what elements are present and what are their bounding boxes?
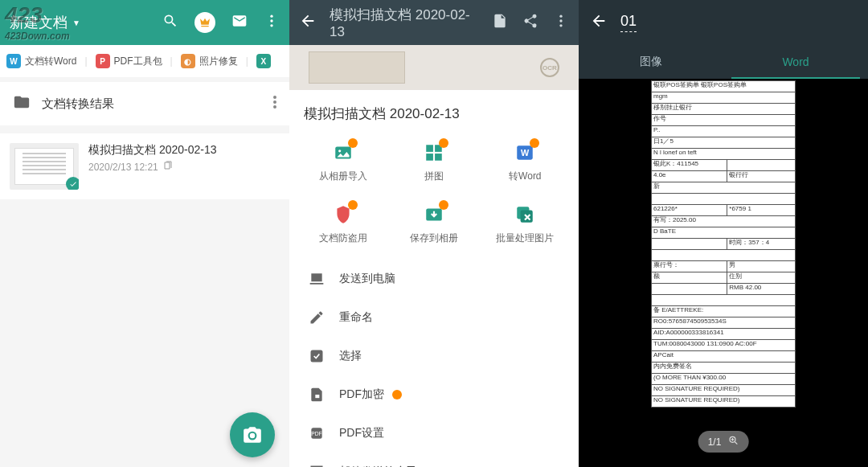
svg-point-3 xyxy=(273,96,276,99)
back-icon[interactable] xyxy=(590,12,608,33)
feature-chips: W文档转Word | PPDF工具包 | ◐照片修复 | X xyxy=(0,45,289,77)
row-send-pc[interactable]: 发送到电脑 xyxy=(289,260,579,298)
word-sheet: 银联POS签购单 银联POS签购单mgm移别挂止银行作号P..日1／5N l l… xyxy=(651,80,796,408)
chip-pdf[interactable]: PPDF工具包 xyxy=(96,54,162,68)
camera-fab[interactable] xyxy=(230,412,275,457)
svg-rect-14 xyxy=(435,154,442,161)
share-icon[interactable] xyxy=(522,13,538,32)
search-icon[interactable] xyxy=(162,13,178,32)
more-icon[interactable] xyxy=(273,96,276,112)
panel-document-actions: 模拟扫描文档 2020-02-13 OCR 模拟扫描文档 2020-02-13 … xyxy=(289,0,579,467)
section-title: 文档转换结果 xyxy=(42,96,262,112)
conversion-results[interactable]: 文档转换结果 xyxy=(0,82,289,125)
pages-icon xyxy=(163,161,173,173)
document-thumbnail xyxy=(10,143,79,190)
svg-point-6 xyxy=(559,15,562,18)
row-pdf-encrypt[interactable]: PDF加密 xyxy=(289,375,579,414)
card-title: 模拟扫描文档 2020-02-13 xyxy=(88,143,217,158)
svg-rect-21 xyxy=(315,395,319,398)
header-title: 模拟扫描文档 2020-02-13 xyxy=(330,6,479,40)
chip-excel[interactable]: X xyxy=(256,54,271,68)
doc-header: 模拟扫描文档 2020-02-13 xyxy=(289,0,579,45)
pager: 1/1 xyxy=(698,431,749,453)
document-viewport[interactable]: 银联POS签购单 银联POS签购单mgm移别挂止银行作号P..日1／5N l l… xyxy=(579,79,868,467)
svg-point-4 xyxy=(273,100,276,104)
grid-batch[interactable]: 批量处理图片 xyxy=(480,193,571,255)
zoom-icon[interactable] xyxy=(727,435,739,449)
preview-header: 01 xyxy=(579,0,868,45)
pdf-icon[interactable] xyxy=(492,13,508,32)
svg-rect-20 xyxy=(311,350,323,363)
panel-document-list: 423 423Down.com 新建文档▼ W文档转Word | PPDF工具包… xyxy=(0,0,289,467)
svg-text:W: W xyxy=(521,148,530,158)
grid-collage[interactable]: 拼图 xyxy=(388,131,479,193)
grid-toword[interactable]: W转Word xyxy=(480,131,571,193)
preview-thumb xyxy=(309,51,405,84)
app-header: 新建文档▼ xyxy=(0,0,289,45)
row-email-self[interactable]: 邮件发送给自己 xyxy=(289,453,579,467)
chevron-down-icon: ▼ xyxy=(72,18,80,27)
grid-save[interactable]: 保存到相册 xyxy=(388,193,479,255)
preview-strip[interactable]: OCR xyxy=(289,45,579,90)
grid-import[interactable]: 从相册导入 xyxy=(297,131,388,193)
svg-rect-11 xyxy=(426,145,433,152)
mail-icon[interactable] xyxy=(231,13,248,32)
chip-word[interactable]: W文档转Word xyxy=(6,54,76,68)
svg-point-2 xyxy=(270,24,272,27)
sync-ok-icon xyxy=(66,177,79,190)
row-select[interactable]: 选择 xyxy=(289,337,579,375)
svg-point-1 xyxy=(270,19,272,22)
new-badge-icon xyxy=(392,390,402,399)
svg-point-8 xyxy=(559,24,562,27)
panel-word-preview: 01 图像 Word 银联POS签购单 银联POS签购单mgm移别挂止银行作号P… xyxy=(579,0,868,467)
ocr-icon[interactable]: OCR xyxy=(540,58,559,77)
tab-image[interactable]: 图像 xyxy=(579,45,723,79)
document-card[interactable]: 模拟扫描文档 2020-02-13 2020/2/13 12:21 xyxy=(0,133,289,199)
svg-point-5 xyxy=(273,105,276,109)
folder-icon xyxy=(13,93,31,114)
svg-point-0 xyxy=(270,15,272,18)
action-list: 发送到电脑 重命名 选择 PDF加密 PDFPDF设置 邮件发送给自己 xyxy=(289,255,579,467)
svg-point-7 xyxy=(559,19,562,22)
more-icon[interactable] xyxy=(553,13,569,32)
card-subtitle: 2020/2/13 12:21 xyxy=(88,161,217,173)
page-title[interactable]: 01 xyxy=(620,13,637,32)
title-dropdown[interactable]: 新建文档▼ xyxy=(10,13,162,32)
svg-text:PDF: PDF xyxy=(311,431,321,436)
doc-title: 模拟扫描文档 2020-02-13 xyxy=(289,90,579,131)
row-pdf-settings[interactable]: PDFPDF设置 xyxy=(289,414,579,453)
more-icon[interactable] xyxy=(264,13,280,32)
svg-point-10 xyxy=(338,150,341,152)
chip-photo[interactable]: ◐照片修复 xyxy=(181,54,238,68)
preview-tabs: 图像 Word xyxy=(579,45,868,79)
grid-antitheft[interactable]: 文档防盗用 xyxy=(297,193,388,255)
row-rename[interactable]: 重命名 xyxy=(289,298,579,337)
action-grid: 从相册导入 拼图 W转Word 文档防盗用 保存到相册 批量处理图片 xyxy=(289,131,579,255)
back-icon[interactable] xyxy=(299,12,317,33)
crown-icon[interactable] xyxy=(194,12,215,33)
svg-rect-13 xyxy=(426,154,433,161)
tab-word[interactable]: Word xyxy=(723,45,868,79)
